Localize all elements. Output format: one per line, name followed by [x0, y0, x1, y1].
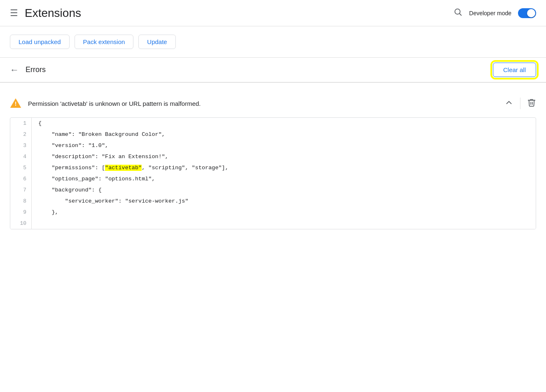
divider: [0, 82, 546, 83]
load-unpacked-button[interactable]: Load unpacked: [10, 35, 70, 49]
code-line-10: 10: [10, 218, 536, 229]
line-content: "description": "Fix an Extension!",: [32, 151, 175, 162]
code-block: 1 { 2 "name": "Broken Background Color",…: [10, 117, 536, 229]
error-section: ! Permission 'activetab' is unknown or U…: [10, 93, 536, 229]
code-line-2: 2 "name": "Broken Background Color",: [10, 129, 536, 140]
chevron-up-icon[interactable]: [504, 98, 513, 109]
errors-title: Errors: [26, 65, 493, 74]
code-line-4: 4 "description": "Fix an Extension!",: [10, 151, 536, 162]
developer-mode-label: Developer mode: [469, 10, 511, 16]
developer-mode-toggle[interactable]: [518, 8, 536, 18]
header-right: Developer mode: [453, 7, 536, 19]
toolbar: Load unpacked Pack extension Update: [0, 26, 546, 58]
code-line-3: 3 "version": "1.0",: [10, 140, 536, 151]
line-content: "options_page": "options.html",: [32, 173, 162, 184]
error-item-header: ! Permission 'activetab' is unknown or U…: [10, 93, 536, 114]
line-number: 1: [10, 118, 32, 129]
svg-text:!: !: [15, 100, 17, 107]
line-content: },: [32, 207, 65, 218]
line-number: 10: [10, 218, 32, 229]
line-number: 3: [10, 140, 32, 151]
page-title: Extensions: [25, 7, 453, 20]
errors-header: ← Errors Clear all: [0, 58, 546, 82]
line-content: {: [32, 118, 48, 129]
line-content: "background": {: [32, 184, 108, 196]
code-line-7: 7 "background": {: [10, 184, 536, 196]
line-content: "service_worker": "service-worker.js": [32, 196, 195, 207]
line-number: 4: [10, 151, 32, 162]
line-number: 8: [10, 196, 32, 207]
back-button[interactable]: ←: [10, 65, 19, 75]
code-line-8: 8 "service_worker": "service-worker.js": [10, 196, 536, 207]
line-number: 7: [10, 184, 32, 196]
line-number: 9: [10, 207, 32, 218]
pack-extension-button[interactable]: Pack extension: [75, 35, 134, 49]
line-content: [32, 218, 48, 229]
svg-line-1: [460, 14, 462, 15]
page-header: ☰ Extensions Developer mode: [0, 0, 546, 26]
line-content: "version": "1.0",: [32, 140, 115, 151]
error-message: Permission 'activetab' is unknown or URL…: [28, 100, 504, 107]
search-icon[interactable]: [453, 7, 462, 19]
code-line-9: 9 },: [10, 207, 536, 218]
update-button[interactable]: Update: [138, 35, 175, 49]
delete-icon[interactable]: [527, 98, 536, 109]
line-number: 5: [10, 162, 32, 173]
code-line-5: 5 "permissions": ["activetab", "scriptin…: [10, 162, 536, 173]
line-number: 2: [10, 129, 32, 140]
highlighted-token: "activetab": [105, 165, 142, 171]
line-number: 6: [10, 173, 32, 184]
code-line-6: 6 "options_page": "options.html",: [10, 173, 536, 184]
vertical-divider: [520, 98, 520, 109]
line-content: "permissions": ["activetab", "scripting"…: [32, 162, 235, 173]
code-line-1: 1 {: [10, 118, 536, 129]
svg-point-0: [455, 9, 460, 14]
clear-all-button[interactable]: Clear all: [493, 63, 536, 77]
line-content: "name": "Broken Background Color",: [32, 129, 172, 140]
warning-icon: !: [10, 98, 21, 109]
menu-icon[interactable]: ☰: [10, 8, 18, 19]
